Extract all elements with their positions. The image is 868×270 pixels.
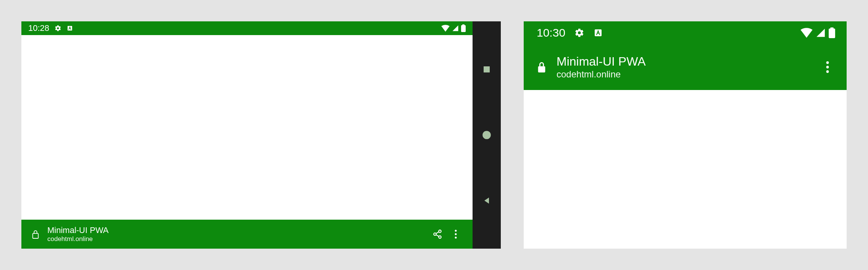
svg-rect-12 — [484, 66, 490, 72]
svg-point-11 — [455, 237, 457, 239]
svg-rect-1 — [461, 25, 466, 32]
overflow-menu-button[interactable] — [818, 58, 837, 76]
lock-icon — [534, 61, 550, 74]
battery-icon — [461, 24, 466, 32]
svg-point-10 — [455, 233, 457, 235]
cell-signal-icon — [816, 28, 826, 38]
cell-signal-icon — [452, 25, 459, 32]
svg-point-5 — [434, 233, 436, 236]
svg-rect-16 — [830, 27, 833, 29]
svg-line-8 — [436, 235, 439, 236]
app-domain: codehtml.online — [557, 69, 645, 80]
device-portrait: 10:30 Minimal-UI PWA codeh — [524, 21, 847, 249]
svg-point-9 — [455, 230, 457, 232]
status-time: 10:28 — [28, 23, 49, 33]
app-title: Minimal-UI PWA — [47, 225, 109, 235]
nav-back-button[interactable] — [482, 196, 491, 205]
status-time: 10:30 — [537, 26, 565, 39]
svg-rect-17 — [538, 66, 545, 72]
device-landscape: 10:28 — [21, 21, 501, 249]
status-bar: 10:30 — [524, 21, 847, 44]
wifi-icon — [441, 25, 450, 32]
svg-point-4 — [439, 230, 441, 233]
app-bar: Minimal-UI PWA codehtml.online — [524, 44, 847, 90]
wifi-icon — [800, 28, 813, 38]
battery-icon — [829, 27, 835, 38]
svg-point-19 — [826, 66, 829, 69]
system-nav-bar — [473, 21, 501, 249]
nav-home-button[interactable] — [482, 130, 492, 140]
webview-content[interactable] — [21, 35, 473, 220]
share-button[interactable] — [428, 225, 447, 243]
app-badge-icon — [67, 25, 73, 31]
svg-point-20 — [826, 70, 829, 73]
svg-rect-15 — [829, 29, 835, 38]
app-bar: Minimal-UI PWA codehtml.online — [21, 220, 473, 249]
overflow-menu-button[interactable] — [447, 225, 465, 243]
gear-icon — [55, 25, 61, 32]
webview-content[interactable] — [524, 90, 847, 249]
svg-rect-3 — [33, 233, 39, 238]
nav-overview-button[interactable] — [482, 65, 491, 74]
app-title: Minimal-UI PWA — [557, 54, 645, 69]
lock-icon — [29, 229, 42, 239]
gear-icon — [574, 28, 584, 38]
app-domain: codehtml.online — [47, 235, 109, 243]
svg-rect-2 — [462, 24, 465, 26]
status-bar: 10:28 — [21, 21, 473, 35]
svg-point-13 — [482, 131, 491, 139]
svg-line-7 — [436, 232, 439, 233]
app-badge-icon — [594, 28, 603, 37]
svg-point-6 — [439, 236, 441, 238]
svg-point-18 — [826, 61, 829, 64]
device-landscape-screen: 10:28 — [21, 21, 473, 249]
